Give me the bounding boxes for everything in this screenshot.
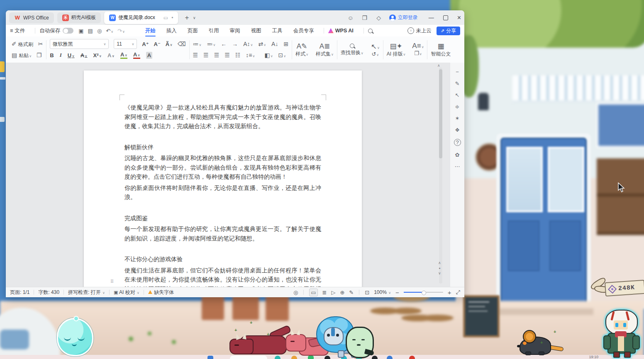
desktop-icon-partial-1[interactable] <box>0 61 5 72</box>
fullscreen-icon[interactable]: ⤢ <box>456 289 460 296</box>
page-down-icon[interactable]: ∨ <box>438 271 441 275</box>
select-button[interactable]: ↖∨ ↺∨ <box>371 42 380 57</box>
menu-tab-view[interactable]: 视图 <box>246 25 267 36</box>
taskbar-icon[interactable] <box>207 356 213 359</box>
menu-tab-member[interactable]: 会员专享 <box>288 25 320 36</box>
new-tab-button[interactable]: + <box>183 14 190 22</box>
menu-tab-insert[interactable]: 插入 <box>161 25 182 36</box>
search-icon[interactable] <box>368 29 373 33</box>
autosave-toggle[interactable] <box>63 28 73 34</box>
text-effect-button[interactable]: A∨ <box>107 52 115 58</box>
pet-flame-spirit[interactable] <box>57 317 93 356</box>
underline-button[interactable]: U∨ <box>68 52 75 58</box>
pet-green-ghost[interactable] <box>346 327 375 358</box>
char-scale-button[interactable]: ⇄∨ <box>258 41 266 47</box>
apps-box-icon[interactable]: ◇ <box>375 15 383 21</box>
smart-doc-button[interactable]: ▦ 智能公文 <box>431 42 451 58</box>
save-icon[interactable]: ▣ <box>78 28 83 34</box>
print-layout-view-icon[interactable]: ▭ <box>309 289 317 296</box>
scrollbar-thumb[interactable] <box>439 69 442 158</box>
tab-docer-templates[interactable]: 禾 稻壳AI模板 <box>57 12 101 23</box>
mana-counter-banner[interactable]: 248K <box>605 280 644 297</box>
more-options-icon[interactable]: ⋯ <box>455 164 460 169</box>
help-icon[interactable]: ? <box>454 139 461 146</box>
font-family-select[interactable]: 微软雅黑∨ <box>50 39 109 49</box>
print-icon[interactable]: ▤ <box>88 28 93 34</box>
collapse-rail-icon[interactable]: − <box>456 69 459 75</box>
page-up-icon[interactable]: ∧ <box>438 261 441 265</box>
line-spacing-button[interactable]: ↕≡∨ <box>246 52 255 58</box>
menu-tab-tools[interactable]: 工具 <box>267 25 288 36</box>
read-mode-icon[interactable]: ▷ <box>331 289 335 296</box>
missing-font-warning[interactable]: 缺失字体 <box>148 289 174 296</box>
eye-protect-icon[interactable]: ◎ <box>293 289 298 296</box>
numbered-list-button[interactable]: ≕∨ <box>207 41 215 47</box>
share-button[interactable]: ⇗分享 <box>437 27 460 35</box>
increase-indent-button[interactable]: → <box>232 41 238 47</box>
italic-button[interactable]: I <box>60 52 62 58</box>
char-shading-button[interactable]: A <box>146 52 152 59</box>
outline-view-icon[interactable]: ≣ <box>322 289 327 296</box>
file-menu[interactable]: ≡文件 <box>10 27 25 34</box>
decrease-font-icon[interactable]: A⁻ <box>154 41 161 47</box>
bullet-list-button[interactable]: ≔∨ <box>193 41 202 47</box>
justify-button[interactable]: ☰ <box>224 52 230 58</box>
skin-theme-icon[interactable]: ✿ <box>455 152 460 158</box>
strikethrough-button[interactable]: A∨ <box>80 52 88 58</box>
bold-button[interactable]: B <box>50 52 54 58</box>
close-button[interactable]: × <box>457 14 461 22</box>
taskbar-icon[interactable] <box>409 356 415 359</box>
minimize-button[interactable]: — <box>429 15 434 21</box>
fit-page-icon[interactable]: ⊡ <box>365 289 369 296</box>
taskbar-icon[interactable] <box>275 356 281 359</box>
text-direction-button[interactable]: A↕∨ <box>243 41 253 47</box>
workspace-icon[interactable]: ❐ <box>361 15 368 21</box>
zoom-out-icon[interactable]: − <box>395 289 399 296</box>
web-layout-icon[interactable]: ⊕ <box>340 289 344 296</box>
page-navigation[interactable]: ∧ ● ∨ <box>438 261 441 275</box>
collapse-ribbon-icon[interactable]: ∧ <box>437 63 440 68</box>
spellcheck-status[interactable]: 拼写检查: 打开 ∨ <box>68 289 105 296</box>
zoom-slider-thumb[interactable] <box>422 291 426 295</box>
styles-button[interactable]: A✎ 样式∨ <box>295 42 308 58</box>
tab-wps-home[interactable]: W WPS Office <box>9 12 54 23</box>
table-marks-button[interactable]: ⊞ <box>283 41 288 47</box>
format-painter-button[interactable]: ✐ 格式刷 <box>12 41 33 47</box>
highlight-button[interactable]: A∨ <box>120 51 127 59</box>
settings-sliders-icon[interactable]: ≑ <box>455 104 460 109</box>
ai-wand-icon[interactable]: ✶ <box>455 116 460 121</box>
pet-black-mouse[interactable] <box>516 331 562 356</box>
margin-drag-handle[interactable]: ⠿ <box>110 279 114 284</box>
tab-list-chevron[interactable]: ∨ <box>190 16 198 20</box>
phonetic-guide-icon[interactable]: Ã∨ <box>166 41 173 47</box>
ai-proofread-button[interactable]: ▣ AI 校对 ∨ <box>114 289 139 296</box>
desktop-icon-partial-3[interactable] <box>0 117 5 122</box>
sticker-tool-icon[interactable]: ❖ <box>455 127 460 133</box>
tab-active-document[interactable]: W 使魔见闻录.docx ▭ • <box>104 12 178 24</box>
zoom-level[interactable]: 100% ∨ <box>374 289 391 295</box>
redo-button[interactable]: ↷∨ <box>117 28 125 34</box>
taskbar-icon[interactable] <box>308 356 314 359</box>
align-right-button[interactable]: ☰ <box>214 52 220 58</box>
monitor-icon[interactable]: ▭ <box>163 15 168 21</box>
word-count[interactable]: 字数: 430 <box>38 289 59 296</box>
decrease-indent-button[interactable]: ← <box>221 41 227 47</box>
menu-tab-home[interactable]: 开始 <box>140 25 161 36</box>
ai-layout-button[interactable]: ▤✦ AI 排版∨ <box>387 42 406 58</box>
menu-tab-page[interactable]: 页面 <box>182 25 203 36</box>
zoom-slider[interactable] <box>404 292 443 293</box>
zoom-in-icon[interactable]: + <box>448 289 451 296</box>
edit-pen-icon[interactable]: ✎ <box>455 81 460 86</box>
shading-button[interactable]: ◧∨ <box>264 52 273 58</box>
menu-tab-review[interactable]: 审阅 <box>224 25 246 36</box>
annotate-pen-icon[interactable]: ✎ <box>349 289 354 296</box>
find-replace-button[interactable]: 查找替换∨ <box>341 42 363 57</box>
taskbar-search-pill[interactable] <box>230 356 267 359</box>
style-set-button[interactable]: A≣ 样式集∨ <box>316 42 334 58</box>
taskbar-icon[interactable] <box>291 356 297 359</box>
ai-assistant-icon[interactable]: ☺ <box>347 15 354 21</box>
copy-icon[interactable]: ❐ <box>37 52 42 58</box>
distribute-button[interactable]: ☷ <box>235 52 241 58</box>
pet-sleeping-dragon[interactable] <box>229 329 293 356</box>
clear-format-icon[interactable]: ⌫ <box>178 41 186 47</box>
